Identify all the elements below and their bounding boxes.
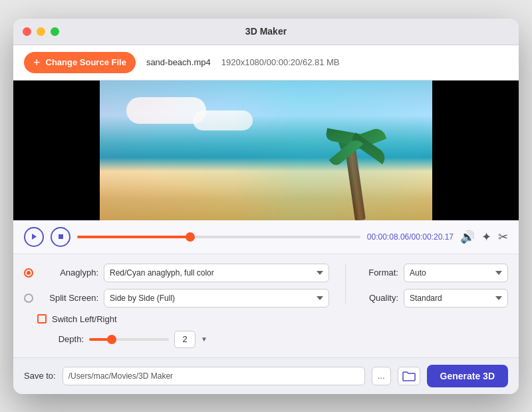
split-screen-label: Split Screen: — [39, 293, 98, 303]
anaglyph-radio[interactable] — [24, 268, 33, 278]
plus-icon: + — [33, 57, 41, 69]
anaglyph-shift — [100, 81, 432, 220]
stop-button[interactable] — [51, 227, 70, 247]
anaglyph-select[interactable]: Red/Cyan anaglyph, full color Red/Cyan a… — [104, 264, 329, 282]
anaglyph-row: Anaglyph: Red/Cyan anaglyph, full color … — [24, 264, 329, 282]
title-bar: 3D Maker — [13, 19, 519, 45]
settings-left: Anaglyph: Red/Cyan anaglyph, full color … — [24, 264, 329, 348]
bottom-bar: Save to: ... Generate 3D — [13, 357, 519, 394]
sparkle-icon[interactable]: ✦ — [481, 230, 491, 244]
save-to-label: Save to: — [24, 371, 56, 381]
play-button[interactable] — [24, 227, 44, 247]
controls-bar: 00:00:08.06/00:00:20.17 🔊 ✦ ✂ — [13, 220, 519, 254]
quality-row: Quality: Standard High Low — [362, 289, 508, 308]
svg-marker-0 — [32, 234, 37, 240]
cut-icon[interactable]: ✂ — [498, 230, 508, 244]
svg-rect-1 — [59, 234, 63, 239]
minimize-button[interactable] — [37, 27, 45, 36]
change-source-label: Change Source File — [46, 57, 126, 67]
switch-lr-checkbox[interactable] — [37, 314, 47, 323]
vertical-divider — [345, 264, 346, 304]
maximize-button[interactable] — [51, 27, 59, 36]
progress-thumb[interactable] — [186, 232, 195, 242]
time-display: 00:00:08.06/00:00:20.17 — [367, 232, 454, 242]
progress-bar[interactable] — [77, 236, 360, 238]
split-screen-row: Split Screen: Side by Side (Full) Side b… — [24, 289, 329, 308]
traffic-lights — [23, 27, 59, 36]
folder-button[interactable] — [398, 367, 420, 385]
depth-arrow-down[interactable]: ▼ — [201, 335, 207, 343]
split-screen-radio[interactable] — [24, 294, 33, 303]
play-icon — [31, 233, 37, 240]
folder-icon — [402, 371, 416, 381]
settings-area: Anaglyph: Red/Cyan anaglyph, full color … — [13, 254, 519, 357]
volume-icon[interactable]: 🔊 — [460, 230, 475, 244]
settings-right: Format: Auto MP4 MKV Quality: Standard H… — [362, 264, 508, 348]
progress-fill — [77, 236, 190, 238]
depth-row: Depth: 2 ▼ — [24, 331, 329, 348]
change-source-button[interactable]: + Change Source File — [24, 52, 136, 73]
format-row: Format: Auto MP4 MKV — [362, 264, 508, 282]
ellipsis-button[interactable]: ... — [372, 367, 391, 385]
time-total: 00:00:20.17 — [412, 232, 454, 242]
source-bar: + Change Source File sand-beach.mp4 1920… — [13, 45, 519, 81]
depth-value: 2 — [174, 331, 196, 348]
file-info: 1920x1080/00:00:20/62.81 MB — [221, 57, 340, 67]
quality-select[interactable]: Standard High Low — [404, 289, 508, 308]
app-window: 3D Maker + Change Source File sand-beach… — [13, 19, 519, 394]
stop-icon — [58, 234, 64, 240]
time-current: 00:00:08.06 — [367, 232, 409, 242]
video-preview — [100, 81, 432, 220]
close-button[interactable] — [23, 27, 31, 36]
save-path-input[interactable] — [63, 367, 365, 385]
depth-thumb[interactable] — [107, 335, 116, 344]
window-title: 3D Maker — [245, 26, 287, 37]
switch-lr-row: Switch Left/Right — [24, 314, 329, 324]
switch-lr-label: Switch Left/Right — [52, 314, 117, 324]
depth-slider[interactable] — [89, 338, 169, 341]
split-screen-select[interactable]: Side by Side (Full) Side by Side (Half) … — [104, 289, 329, 308]
quality-label: Quality: — [362, 293, 398, 303]
video-area — [13, 81, 519, 220]
generate-3d-button[interactable]: Generate 3D — [427, 365, 508, 387]
format-select[interactable]: Auto MP4 MKV — [404, 264, 508, 282]
depth-label: Depth: — [24, 334, 84, 344]
anaglyph-label: Anaglyph: — [39, 268, 98, 278]
beach-scene — [100, 81, 432, 220]
file-name: sand-beach.mp4 — [146, 57, 211, 67]
format-label: Format: — [362, 268, 398, 278]
